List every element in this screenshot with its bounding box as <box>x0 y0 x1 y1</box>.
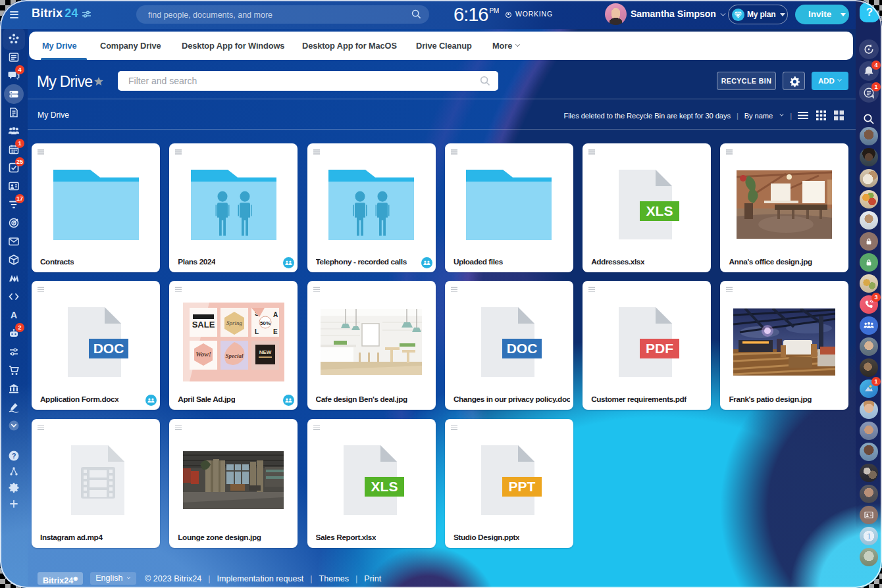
svg-text:50%: 50% <box>260 320 271 326</box>
svg-text:1: 1 <box>866 531 871 541</box>
svg-text:A: A <box>273 311 278 318</box>
svg-text:A: A <box>11 310 17 320</box>
svg-text:PPT: PPT <box>508 479 535 494</box>
svg-text:DOC: DOC <box>93 341 124 356</box>
svg-text:XLS: XLS <box>371 479 398 494</box>
svg-text:SALE: SALE <box>192 320 215 330</box>
svg-text:Spring: Spring <box>226 320 243 326</box>
svg-text:E: E <box>273 328 278 335</box>
svg-text:?: ? <box>12 452 16 460</box>
svg-text:NEW: NEW <box>259 349 271 355</box>
svg-text:XLS: XLS <box>646 203 673 218</box>
svg-text:Wow!: Wow! <box>195 351 211 358</box>
svg-text:DOC: DOC <box>507 341 538 356</box>
svg-text:L: L <box>255 328 259 335</box>
svg-text:PDF: PDF <box>646 341 673 356</box>
svg-text:Special: Special <box>225 353 243 359</box>
